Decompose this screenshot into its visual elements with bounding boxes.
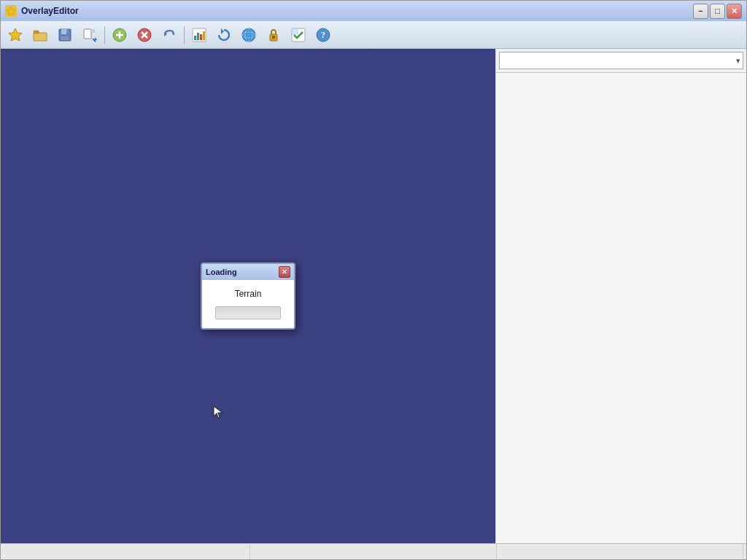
svg-rect-23: [197, 33, 199, 40]
svg-marker-1: [9, 28, 22, 41]
svg-rect-35: [292, 28, 298, 34]
export-button[interactable]: [78, 24, 101, 46]
title-bar-left: OverlayEditor: [5, 5, 79, 17]
dropdown-wrapper: [499, 52, 743, 69]
help-button[interactable]: ?: [311, 24, 335, 46]
title-bar: OverlayEditor − □ ✕: [1, 1, 746, 21]
right-panel-dropdown[interactable]: [499, 52, 743, 69]
window-title: OverlayEditor: [21, 6, 79, 16]
svg-rect-24: [200, 34, 202, 40]
svg-marker-13: [94, 37, 97, 40]
refresh-button[interactable]: [212, 24, 236, 46]
svg-rect-11: [91, 29, 95, 33]
maximize-button[interactable]: □: [710, 4, 725, 19]
status-bar-section-1: [4, 544, 250, 559]
svg-rect-4: [34, 31, 39, 34]
loading-dialog-body: Terrain: [202, 280, 294, 328]
svg-marker-26: [221, 28, 224, 34]
undo-button[interactable]: [158, 24, 181, 46]
loading-overlay: Loading ✕ Terrain: [1, 49, 495, 543]
close-button[interactable]: ✕: [727, 4, 742, 19]
globe-button[interactable]: [237, 24, 260, 46]
chart-button[interactable]: [187, 24, 211, 46]
new-button[interactable]: [4, 24, 27, 46]
svg-rect-25: [203, 31, 205, 40]
svg-rect-6: [61, 29, 66, 34]
toolbar: ?: [1, 21, 746, 49]
svg-rect-3: [34, 33, 47, 41]
loading-dialog: Loading ✕ Terrain: [201, 262, 295, 330]
main-window: OverlayEditor − □ ✕: [0, 0, 747, 560]
status-bar-section-2: [250, 544, 497, 559]
cursor: [212, 405, 224, 419]
svg-rect-9: [84, 29, 91, 39]
svg-text:?: ?: [321, 30, 325, 40]
progress-bar: [215, 306, 281, 319]
svg-rect-7: [61, 36, 69, 40]
main-area: Loading ✕ Terrain: [1, 49, 746, 543]
svg-marker-0: [7, 7, 15, 15]
separator-2: [184, 26, 185, 44]
open-button[interactable]: [28, 24, 52, 46]
check-button[interactable]: [287, 24, 310, 46]
loading-text: Terrain: [235, 289, 262, 299]
svg-marker-38: [214, 406, 222, 418]
delete-button[interactable]: [133, 24, 156, 46]
svg-point-33: [272, 36, 275, 39]
svg-rect-22: [194, 36, 196, 40]
lock-button[interactable]: [262, 24, 285, 46]
loading-dialog-close-button[interactable]: ✕: [279, 266, 290, 278]
add-button[interactable]: [108, 24, 131, 46]
canvas-area[interactable]: Loading ✕ Terrain: [1, 49, 495, 543]
right-panel-content: [496, 73, 746, 543]
loading-dialog-titlebar: Loading ✕: [202, 264, 294, 280]
app-icon: [5, 5, 17, 17]
right-panel-top: [496, 49, 746, 73]
save-button[interactable]: [53, 24, 77, 46]
status-bar: [1, 543, 746, 559]
title-bar-buttons: − □ ✕: [693, 4, 742, 19]
status-bar-section-3: [497, 544, 743, 559]
minimize-button[interactable]: −: [693, 4, 708, 19]
svg-rect-8: [66, 29, 69, 33]
right-panel: [495, 49, 746, 543]
loading-dialog-title: Loading: [206, 268, 237, 276]
separator-1: [104, 26, 105, 44]
